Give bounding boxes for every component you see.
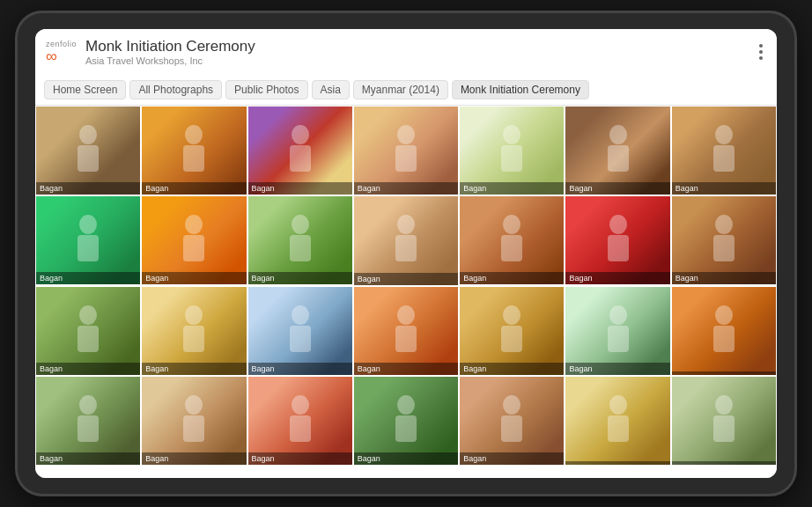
logo-infinity-icon: ∞ [46,48,57,64]
breadcrumb-home[interactable]: Home Screen [44,80,126,99]
photo-label: Bagan [354,452,458,465]
photo-thumbnail[interactable] [671,376,777,466]
photo-thumbnail[interactable]: Bagan [353,106,459,195]
svg-rect-5 [290,145,311,172]
photo-image [142,287,246,375]
photo-image [142,377,246,465]
photo-image [36,196,140,284]
photo-thumbnail[interactable]: Bagan [247,106,353,195]
breadcrumb-asia[interactable]: Asia [312,80,350,99]
zenfolio-logo: zenfolio ∞ [46,40,77,64]
photo-image [565,107,669,195]
svg-rect-43 [78,415,99,442]
photo-image [565,377,669,465]
photo-image [672,287,776,375]
header: zenfolio ∞ Monk Initiation Ceremony Asia… [35,29,777,75]
photo-thumbnail[interactable]: Bagan [141,106,247,195]
photo-label: Bagan [460,182,564,195]
photo-label: Bagan [354,363,458,375]
photo-thumbnail[interactable]: Bagan [35,106,141,195]
photo-thumbnail[interactable]: Bagan [247,286,353,376]
svg-point-54 [715,395,733,415]
svg-point-32 [292,305,309,325]
breadcrumb-all-photos[interactable]: All Photographs [129,80,222,99]
photo-thumbnail[interactable]: Bagan [459,195,565,285]
svg-point-16 [185,215,203,234]
breadcrumb: Home Screen All Photographs Public Photo… [35,75,777,106]
svg-point-22 [503,215,520,234]
svg-rect-51 [501,415,522,442]
photo-thumbnail[interactable]: Bagan [671,195,777,285]
svg-rect-3 [183,145,204,172]
svg-point-40 [715,305,733,325]
svg-rect-7 [395,145,417,172]
photo-thumbnail[interactable]: Bagan [141,195,247,285]
photo-thumbnail[interactable] [565,376,670,466]
photo-thumbnail[interactable]: Bagan [353,376,459,466]
photo-thumbnail[interactable]: Bagan [353,195,459,285]
breadcrumb-myanmar[interactable]: Myanmar (2014) [353,80,448,99]
grid-row: Bagan Bagan Bagan [35,286,777,376]
grid-row: Bagan Bagan Bagan [35,106,777,195]
photo-label: Bagan [248,182,352,195]
svg-point-52 [609,395,627,415]
photo-image [248,377,352,465]
grid-row: Bagan Bagan Bagan [35,195,777,285]
breadcrumb-monk[interactable]: Monk Initiation Ceremony [452,80,589,99]
svg-rect-29 [78,326,99,352]
photo-image [36,107,140,195]
svg-rect-1 [78,145,99,172]
photo-image [354,377,458,465]
photo-label: Bagan [36,272,140,284]
svg-point-4 [292,125,309,144]
photo-label: Bagan [565,182,669,195]
photo-thumbnail[interactable]: Bagan [247,376,353,466]
photo-thumbnail[interactable]: Bagan [459,376,565,466]
photo-thumbnail[interactable]: Bagan [247,195,353,285]
photo-thumbnail[interactable]: Bagan [35,286,141,376]
photo-label: Bagan [672,272,776,284]
page-subtitle: Asia Travel Workshops, Inc [85,55,255,66]
photo-thumbnail[interactable]: Bagan [671,106,777,195]
photo-label [565,461,669,465]
photo-label [672,371,776,375]
photo-label: Bagan [142,452,246,465]
svg-point-44 [185,395,203,415]
photo-thumbnail[interactable] [671,286,777,376]
svg-rect-55 [713,415,734,442]
svg-rect-17 [183,235,204,261]
photo-thumbnail[interactable]: Bagan [565,286,670,376]
svg-rect-21 [395,235,417,261]
photo-thumbnail[interactable]: Bagan [141,376,247,466]
photo-image [36,377,140,465]
svg-point-30 [185,305,203,325]
photo-image [460,287,564,375]
svg-rect-31 [183,326,204,352]
photo-thumbnail[interactable]: Bagan [459,106,565,195]
photo-thumbnail[interactable]: Bagan [35,376,141,466]
photo-grid: Bagan Bagan Bagan [35,106,777,478]
dot-icon [759,56,763,60]
screen: zenfolio ∞ Monk Initiation Ceremony Asia… [35,29,777,478]
photo-image [672,196,776,284]
svg-rect-37 [501,326,522,352]
photo-image [565,196,669,284]
photo-image [460,377,564,465]
photo-image [142,196,246,284]
photo-thumbnail[interactable]: Bagan [565,195,670,285]
svg-point-6 [397,125,415,144]
photo-thumbnail[interactable]: Bagan [565,106,670,195]
photo-thumbnail[interactable]: Bagan [459,286,565,376]
photo-image [354,287,458,375]
svg-point-2 [185,125,203,144]
photo-thumbnail[interactable]: Bagan [141,286,247,376]
breadcrumb-public[interactable]: Public Photos [225,80,307,99]
photo-label: Bagan [142,182,246,195]
svg-rect-39 [608,326,629,352]
photo-thumbnail[interactable]: Bagan [35,195,141,285]
svg-rect-45 [183,415,204,442]
photo-image [460,107,564,195]
more-menu-button[interactable] [756,40,766,65]
svg-point-12 [715,125,733,144]
photo-thumbnail[interactable]: Bagan [353,286,459,376]
